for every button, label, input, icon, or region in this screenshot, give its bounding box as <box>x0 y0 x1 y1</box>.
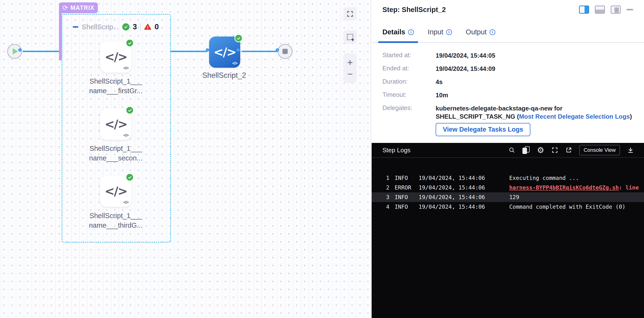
shellscript-mini-icon: </> <box>232 61 237 66</box>
delegate-task: SHELL_SCRIPT_TASK_NG ( <box>436 113 519 120</box>
step-logs-panel: Step Logs ⚙ Console View <box>372 143 644 318</box>
end-node-port[interactable] <box>276 48 279 52</box>
step-details: Started at: 19/04/2024, 15:44:05 Ended a… <box>372 43 644 136</box>
log-line-2[interactable]: 2 ERROR 19/04/2024, 15:44:06 harness-BYP… <box>372 183 644 192</box>
shellscript-mini-icon: </> <box>123 66 128 71</box>
minimize-panel-button[interactable] <box>626 9 633 10</box>
node-success-badge <box>126 39 134 47</box>
step-details-panel: Step: ShellScript_2 Details i Input i Ou… <box>372 0 644 318</box>
matrix-node-3[interactable]: </> </> <box>100 176 132 207</box>
detail-row-delegates: Delegates: kubernetes-delegate-backstage… <box>382 104 633 121</box>
failure-warning-icon: ! <box>144 23 151 31</box>
log-line-1[interactable]: 1 INFO 19/04/2024, 15:44:06 Executing co… <box>372 173 644 183</box>
detail-tabs: Details i Input i Output i <box>372 19 644 43</box>
pipeline-canvas[interactable]: ⟳ MATRIX ShellScrip... 3 ! 0 </> </> <box>0 0 371 318</box>
zoom-out-button[interactable]: − <box>347 69 353 79</box>
layout-right-view-button[interactable] <box>579 6 589 14</box>
matrix-accent-bar <box>59 11 62 61</box>
node-success-badge <box>234 34 243 42</box>
step-logs-title: Step Logs <box>382 146 410 154</box>
canvas-select-button[interactable] <box>343 30 357 44</box>
info-icon[interactable]: i <box>446 29 452 35</box>
canvas-zoom-control: + − <box>343 53 357 83</box>
step-right-port[interactable] <box>236 48 240 52</box>
matrix-badge-label: MATRIX <box>70 4 94 11</box>
copy-icon[interactable] <box>522 146 530 154</box>
matrix-badge[interactable]: ⟳ MATRIX <box>59 3 98 13</box>
shellscript-icon: </> <box>104 117 127 131</box>
step-logs-header: Step Logs ⚙ Console View <box>372 143 644 158</box>
step-logs-toolbar: ⚙ Console View <box>508 145 634 155</box>
log-line-4[interactable]: 4 INFO 19/04/2024, 15:44:06 Command comp… <box>372 202 644 212</box>
detail-row-duration: Duration: 4s <box>382 78 633 86</box>
start-node-port[interactable] <box>18 48 22 52</box>
matrix-success-count: 3 <box>133 23 137 31</box>
search-icon[interactable] <box>508 147 515 153</box>
edge-matrix-to-step <box>171 51 207 52</box>
pipeline-execution-view: ⟳ MATRIX ShellScrip... 3 ! 0 </> </> <box>0 0 644 318</box>
error-script-link[interactable]: harness-BYPP4bBIRqisKCo6dteGZg.sh <box>509 185 619 191</box>
info-icon[interactable]: i <box>490 29 495 35</box>
matrix-node-2-label: ShellScript_1___ name___secon... <box>80 144 152 163</box>
matrix-node-3-label: ShellScript_1___ name___thirdG... <box>80 211 152 230</box>
download-logs-icon[interactable] <box>627 147 634 153</box>
panel-header: Step: ShellScript_2 <box>372 0 644 19</box>
tab-output[interactable]: Output i <box>466 28 495 42</box>
detail-row-ended: Ended at: 19/04/2024, 15:44:09 <box>382 65 633 73</box>
selected-step-label: ShellScript_2 <box>188 71 260 80</box>
tab-details[interactable]: Details i <box>382 28 414 42</box>
shellscript-mini-icon: </> <box>123 200 128 205</box>
matrix-group-title: ShellScrip... <box>82 23 119 31</box>
count-divider <box>140 23 141 31</box>
delegate-selection-logs-link[interactable]: Most Recent Delegate Selection Logs <box>519 113 630 120</box>
node-success-badge <box>126 173 134 181</box>
log-line-3[interactable]: 3 INFO 19/04/2024, 15:44:06 129 <box>372 192 644 202</box>
edge-start-to-matrix <box>22 51 60 52</box>
matrix-group-header[interactable]: ShellScrip... 3 ! 0 <box>73 23 159 31</box>
play-icon <box>13 48 18 55</box>
success-check-icon <box>122 23 130 31</box>
stop-icon <box>282 49 288 54</box>
edge-step-to-end <box>242 51 278 52</box>
shellscript-icon: </> <box>214 45 236 59</box>
open-external-icon[interactable] <box>565 147 572 153</box>
panel-title: Step: ShellScript_2 <box>382 6 446 14</box>
shellscript-icon: </> <box>104 50 127 64</box>
zoom-in-button[interactable]: + <box>347 58 353 67</box>
matrix-node-2[interactable]: </> </> <box>100 109 132 140</box>
matrix-node-1-label: ShellScript_1___ name___firstGr... <box>80 76 152 96</box>
node-success-badge <box>126 106 134 114</box>
pipeline-end-node[interactable] <box>278 44 292 59</box>
matrix-failed-count: 0 <box>155 23 159 31</box>
step-left-port[interactable] <box>206 48 209 52</box>
fullscreen-icon <box>346 10 354 18</box>
gear-icon[interactable]: ⚙ <box>537 146 544 154</box>
tab-input[interactable]: Input i <box>428 28 452 42</box>
shellscript-mini-icon: </> <box>123 133 128 138</box>
detail-row-started: Started at: 19/04/2024, 15:44:05 <box>382 51 633 60</box>
shellscript-icon: </> <box>104 184 127 198</box>
console-view-button[interactable]: Console View <box>579 145 620 155</box>
svg-text:!: ! <box>147 26 148 30</box>
panel-layout-controls <box>579 6 633 14</box>
log-lines[interactable]: 1 INFO 19/04/2024, 15:44:06 Executing co… <box>372 158 644 212</box>
canvas-fullscreen-button[interactable] <box>343 7 357 21</box>
view-delegate-tasks-logs-button[interactable]: View Delegate Tasks Logs <box>436 123 530 136</box>
detail-row-timeout: Timeout: 10m <box>382 91 633 99</box>
collapse-icon[interactable] <box>73 26 78 28</box>
delegate-name: kubernetes-delegate-backstage-qa-new for <box>436 105 562 112</box>
marquee-select-icon <box>347 34 353 40</box>
matrix-loop-icon: ⟳ <box>62 5 68 11</box>
info-icon[interactable]: i <box>408 29 414 35</box>
layout-bottom-view-button[interactable] <box>595 6 605 14</box>
layout-float-view-button[interactable] <box>611 6 621 14</box>
expand-fullscreen-icon[interactable] <box>552 147 558 153</box>
matrix-node-1[interactable]: </> </> <box>100 41 132 73</box>
selected-step-node[interactable]: </> </> <box>209 37 240 68</box>
